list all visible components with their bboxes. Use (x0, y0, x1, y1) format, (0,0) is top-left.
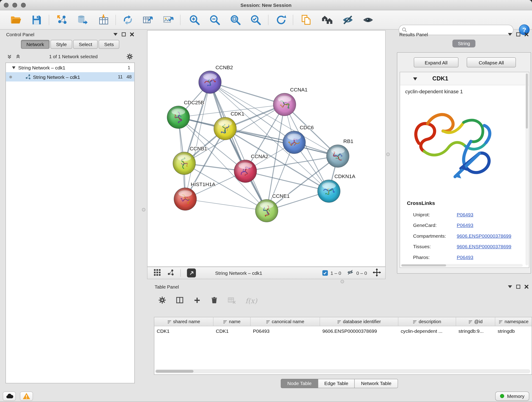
network-row-selected[interactable]: String Network – cdk1 11 48 (6, 72, 134, 82)
results-close-icon[interactable] (525, 32, 529, 36)
tab-network[interactable]: Network (21, 40, 50, 49)
selected-node-edge-count: 1 – 0 (331, 270, 341, 276)
import-network-database-button[interactable] (76, 13, 89, 27)
left-splitter-handle[interactable] (142, 208, 146, 211)
table-float-icon[interactable] (516, 285, 520, 289)
export-image-button[interactable] (161, 13, 175, 27)
zoom-out-button[interactable] (208, 13, 222, 27)
main-toolbar: ? (0, 10, 532, 30)
column-header-namespace[interactable]: namespace (495, 317, 532, 326)
results-float-icon[interactable] (516, 32, 520, 36)
detach-view-button[interactable] (187, 269, 196, 278)
network-node-cdkn1a[interactable]: CDKN1A (317, 173, 355, 203)
crosslink-value-link[interactable]: 9606.ENSP00000378699 (457, 244, 511, 249)
expand-all-button[interactable]: Expand All (414, 57, 458, 68)
results-horizontal-scrollbar[interactable] (401, 264, 523, 267)
add-column-icon[interactable] (193, 296, 201, 306)
section-expander-icon[interactable] (413, 75, 417, 82)
collection-expander-icon[interactable] (12, 66, 16, 69)
protein-detail-box: CDK1 cyclin-dependent kinase 1 (400, 72, 530, 268)
node-table: shared namenamecanonical namedatabase id… (154, 317, 532, 375)
window-title: Session: New Session (0, 0, 532, 10)
column-header-name[interactable]: name (214, 317, 251, 326)
network-node-cdc25b[interactable]: CDC25B (167, 100, 204, 128)
panel-menu-chevron-icon[interactable] (114, 33, 118, 36)
show-graphics-button[interactable] (361, 13, 375, 27)
results-vertical-scrollbar[interactable] (526, 73, 528, 265)
zoom-in-button[interactable] (188, 13, 201, 27)
open-folder-icon (10, 14, 22, 26)
tab-select[interactable]: Select (73, 40, 98, 49)
tab-string[interactable]: String (452, 40, 476, 48)
cloud-status-button[interactable] (3, 391, 16, 401)
sort-icon (468, 319, 472, 324)
zoom-selected-button[interactable] (249, 13, 263, 27)
right-splitter-handle[interactable] (386, 153, 390, 156)
network-node-rb1[interactable]: RB1 (326, 138, 353, 167)
table-close-icon[interactable] (525, 285, 529, 289)
expand-all-networks-icon[interactable] (16, 54, 21, 59)
crosslink-value-link[interactable]: P06493 (457, 254, 473, 260)
crosslink-value-link[interactable]: 9606.ENSP00000378699 (457, 233, 511, 238)
panel-float-icon[interactable] (122, 32, 126, 36)
network-collection-row[interactable]: String Network – cdk1 1 (6, 63, 134, 72)
column-header-canonical-name[interactable]: canonical name (251, 317, 320, 326)
network-node-hist1h1a[interactable]: HIST1H1A (174, 182, 215, 211)
open-session-button[interactable] (9, 13, 23, 27)
collapse-all-button[interactable]: Collapse All (467, 57, 516, 68)
delete-column-icon[interactable] (210, 296, 218, 306)
first-neighbors-button[interactable] (121, 13, 135, 27)
network-node-ccnb2[interactable]: CCNB2 (199, 65, 233, 94)
warnings-button[interactable] (20, 391, 33, 401)
network-edge[interactable] (185, 199, 267, 211)
memory-status-dot (500, 394, 504, 398)
import-network-file-button[interactable] (55, 13, 69, 27)
table-settings-gear-icon[interactable] (158, 296, 166, 306)
table-horizontal-scrollbar[interactable] (155, 369, 530, 373)
tab-style[interactable]: Style (51, 40, 72, 49)
collapse-all-networks-icon[interactable] (7, 54, 12, 59)
home-views-button[interactable] (320, 13, 334, 27)
duplicate-document-button[interactable] (299, 13, 313, 27)
network-view-canvas[interactable]: CCNB2CCNA1CDC25BCDK1CDC6RB1CCNB1CCNA2CDK… (147, 30, 386, 267)
import-table-button[interactable] (97, 13, 110, 27)
export-table-button[interactable] (141, 13, 155, 27)
column-header-shared-name[interactable]: shared name (154, 317, 214, 326)
tab-sets[interactable]: Sets (99, 40, 119, 49)
column-header--id[interactable]: @id (456, 317, 495, 326)
network-edge[interactable] (245, 171, 329, 191)
refresh-layout-button[interactable] (274, 13, 288, 27)
panel-close-icon[interactable] (130, 32, 134, 36)
zoom-fit-button[interactable] (229, 13, 242, 27)
network-edge[interactable] (210, 82, 285, 105)
column-header-description[interactable]: description (399, 317, 456, 326)
results-menu-chevron-icon[interactable] (508, 33, 512, 36)
network-options-gear-icon[interactable] (126, 53, 133, 60)
crosslink-value-link[interactable]: P06493 (457, 222, 473, 228)
crosslink-value-link[interactable]: P06493 (457, 211, 473, 217)
hide-graphics-button[interactable] (341, 13, 355, 27)
hidden-eye-slash-icon[interactable] (347, 269, 354, 277)
network-edge[interactable] (210, 82, 267, 211)
sort-icon (223, 319, 227, 324)
table-menu-chevron-icon[interactable] (508, 285, 512, 288)
view-grid-icon[interactable] (154, 269, 161, 277)
table-row[interactable]: CDK1CDK1P064939606.ENSP00000378699cyclin… (154, 326, 532, 336)
show-columns-icon[interactable] (176, 296, 184, 306)
column-header-database-identifier[interactable]: database identifier (320, 317, 399, 326)
pan-tool-icon[interactable] (373, 268, 381, 278)
selected-checkbox-icon[interactable] (322, 270, 328, 276)
memory-button[interactable]: Memory (495, 391, 529, 401)
network-node-cdk1[interactable]: CDK1 (214, 111, 244, 140)
crosslink-label: Tissues: (413, 244, 457, 249)
tab-node-table[interactable]: Node Table (281, 379, 318, 388)
network-node-ccna1[interactable]: CCNA1 (273, 87, 308, 116)
save-session-button[interactable] (30, 13, 43, 27)
tab-network-table[interactable]: Network Table (355, 379, 398, 388)
horizontal-splitter-handle[interactable] (341, 280, 344, 283)
protein-section-header[interactable]: CDK1 (400, 72, 529, 85)
network-edge[interactable] (225, 128, 338, 156)
network-node-label: CCNE1 (272, 193, 290, 199)
tab-edge-table[interactable]: Edge Table (318, 379, 355, 388)
birds-eye-view-icon[interactable] (167, 269, 174, 277)
